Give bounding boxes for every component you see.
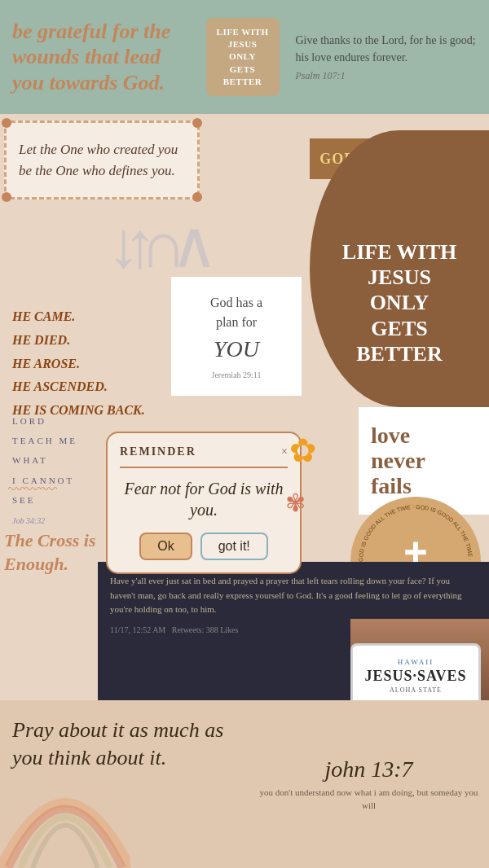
john-subtext: you don't understand now what i am doing… <box>257 787 481 812</box>
god-plan-card: God has a plan for YOU Jeremiah 29:11 <box>171 277 302 396</box>
reminder-divider <box>120 467 288 468</box>
pink-flower-decoration: ✾ <box>285 489 306 517</box>
psalm-ref: Psalm 107:1 <box>296 70 478 82</box>
hawaii-saves-text: JESUS·SAVES <box>364 668 466 685</box>
corner-bl <box>2 192 11 202</box>
bottom-section: Pray about it as much as you think about… <box>0 700 489 868</box>
corner-tl <box>2 118 11 128</box>
frame-quote-text: Let the One who created you be the One w… <box>19 139 185 181</box>
life-jesus-better-text: LIFE WITHJESUSONLYGETSBETTER <box>326 223 473 383</box>
prayer-text: Have y'all ever just sat in bed and pray… <box>110 574 477 617</box>
top-section: be grateful for the wounds that lead you… <box>0 0 489 114</box>
god-plan-ref: Jeremiah 29:11 <box>183 370 289 379</box>
lord-ref: Job 34:32 <box>12 516 94 525</box>
reminder-message: Fear not for God is with you. <box>120 478 288 520</box>
cross-enough-text: The Cross isEnough. <box>4 529 95 576</box>
hawaii-aloha-text: ALOHA STATE <box>390 686 442 694</box>
john-reference: john 13:7 <box>324 756 412 783</box>
hawaii-plate: HAWAII JESUS·SAVES ALOHA STATE <box>350 643 481 708</box>
frame-card: Let the One who created you be the One w… <box>4 121 200 199</box>
love-never-fails-text: loveneverfails <box>371 423 477 498</box>
rainbow-arc <box>0 738 130 868</box>
life-with-jesus-box: LIFE WITH JESUS ONLY GETS BETTER <box>206 18 280 97</box>
close-button[interactable]: × <box>281 445 288 458</box>
ok-button[interactable]: Ok <box>139 533 192 560</box>
reminder-popup: REMINDER × Fear not for God is with you.… <box>106 432 302 574</box>
corner-tr <box>192 118 202 128</box>
corner-br <box>192 192 202 202</box>
got-it-button[interactable]: got it! <box>200 533 268 560</box>
zigzag-decoration: 〰〰〰 <box>8 480 57 499</box>
john-section: john 13:7 you don't understand now what … <box>249 700 489 868</box>
brown-blob: LIFE WITHJESUSONLYGETSBETTER <box>310 130 489 407</box>
psalm-section: Give thanks to the Lord, for he is good;… <box>292 32 478 82</box>
psalm-text: Give thanks to the Lord, for he is good;… <box>296 32 478 66</box>
god-plan-text: God has a plan for YOU <box>183 293 289 366</box>
quote-grateful: be grateful for the wounds that lead you… <box>12 19 194 95</box>
yellow-flower-decoration: ✿ <box>289 432 317 470</box>
lord-card: LORDTEACH MEWHATI CANNOTSEE Job 34:32 <box>0 399 106 537</box>
reminder-header: REMINDER × <box>120 445 288 458</box>
reminder-title: REMINDER <box>120 445 196 458</box>
reminder-buttons: Ok got it! <box>120 533 288 560</box>
hawaii-state-text: HAWAII <box>398 658 434 666</box>
